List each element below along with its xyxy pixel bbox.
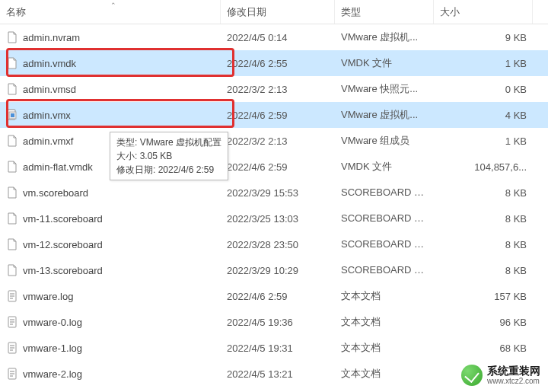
watermark-sub: www.xtcz2.com xyxy=(487,377,540,385)
file-date-cell: 2022/4/5 19:31 xyxy=(221,343,335,354)
file-row[interactable]: admin.vmsd2022/3/2 2:13VMware 快照元...0 KB xyxy=(0,76,548,102)
file-type-cell: 文本文档 xyxy=(335,315,434,329)
sort-ascending-icon: ⌃ xyxy=(110,2,116,9)
file-icon xyxy=(6,342,18,354)
file-size-cell: 0 KB xyxy=(434,84,533,95)
file-icon xyxy=(6,212,18,225)
tooltip-size: 大小: 3.05 KB xyxy=(116,149,221,163)
file-icon xyxy=(6,368,18,380)
file-icon xyxy=(6,290,18,302)
file-icon xyxy=(6,109,18,121)
file-name-cell: vm-13.scoreboard xyxy=(0,264,221,276)
file-icon xyxy=(6,161,18,173)
file-type-cell: VMDK 文件 xyxy=(335,160,434,174)
file-date-cell: 2022/3/2 2:13 xyxy=(221,135,335,147)
file-row[interactable]: vm-11.scoreboard2022/3/25 13:03SCOREBOAR… xyxy=(0,206,548,231)
file-size-cell: 1 KB xyxy=(434,58,533,69)
column-header-name[interactable]: 名称 ⌃ xyxy=(0,0,221,24)
file-name-label: vm-13.scoreboard xyxy=(23,265,103,276)
file-tooltip: 类型: VMware 虚拟机配置 大小: 3.05 KB 修改日期: 2022/… xyxy=(110,132,228,180)
file-row[interactable]: vm-12.scoreboard2022/3/28 23:50SCOREBOAR… xyxy=(0,231,548,257)
file-list: admin.nvram2022/4/5 0:14VMware 虚拟机...9 K… xyxy=(0,24,548,387)
file-size-cell: 68 KB xyxy=(434,343,533,354)
file-type-cell: VMDK 文件 xyxy=(335,56,434,70)
file-date-cell: 2022/4/6 2:59 xyxy=(221,161,335,173)
watermark-title: 系统重装网 xyxy=(487,365,540,377)
file-row[interactable]: admin.vmdk2022/4/6 2:55VMDK 文件1 KB xyxy=(0,50,548,76)
file-name-cell: vmware-2.log xyxy=(0,368,221,380)
file-date-cell: 2022/4/5 19:36 xyxy=(221,317,335,328)
file-row[interactable]: admin.vmxf2022/3/2 2:13VMware 组成员1 KB xyxy=(0,128,548,154)
file-row[interactable]: vm-13.scoreboard2022/3/29 10:29SCOREBOAR… xyxy=(0,257,548,283)
file-type-cell: VMware 虚拟机... xyxy=(335,108,434,122)
file-row[interactable]: vmware-1.log2022/4/5 19:31文本文档68 KB xyxy=(0,335,548,361)
watermark-logo-icon xyxy=(461,365,483,386)
file-date-cell: 2022/3/29 10:29 xyxy=(221,265,335,276)
file-row[interactable]: admin.nvram2022/4/5 0:14VMware 虚拟机...9 K… xyxy=(0,24,548,50)
file-row[interactable]: vmware-0.log2022/4/5 19:36文本文档96 KB xyxy=(0,309,548,335)
file-name-label: vmware.log xyxy=(23,291,73,302)
file-type-cell: VMware 快照元... xyxy=(335,82,434,96)
file-type-cell: SCOREBOARD 文... xyxy=(335,186,434,199)
file-size-cell: 1 KB xyxy=(434,135,533,147)
file-icon xyxy=(6,186,18,199)
file-name-cell: vmware-0.log xyxy=(0,316,221,328)
file-date-cell: 2022/3/25 13:03 xyxy=(221,213,335,225)
file-type-cell: SCOREBOARD 文... xyxy=(335,237,434,251)
file-row[interactable]: admin.vmx2022/4/6 2:59VMware 虚拟机...4 KB xyxy=(0,102,548,128)
file-icon xyxy=(6,83,18,95)
file-icon xyxy=(6,135,18,147)
file-name-label: vm.scoreboard xyxy=(23,187,88,199)
file-type-cell: VMware 组成员 xyxy=(335,134,434,148)
file-type-cell: 文本文档 xyxy=(335,341,434,355)
file-date-cell: 2022/4/6 2:59 xyxy=(221,291,335,302)
file-date-cell: 2022/4/5 13:21 xyxy=(221,368,335,380)
file-type-cell: 文本文档 xyxy=(335,289,434,303)
file-name-cell: admin.nvram xyxy=(0,31,221,43)
column-label: 类型 xyxy=(341,5,361,19)
file-row[interactable]: vm.scoreboard2022/3/29 15:53SCOREBOARD 文… xyxy=(0,180,548,206)
svg-rect-2 xyxy=(11,113,14,117)
file-name-label: admin.vmsd xyxy=(23,84,76,95)
file-name-label: admin.nvram xyxy=(23,32,80,43)
file-name-label: admin.vmxf xyxy=(23,135,73,147)
column-header-size[interactable]: 大小 xyxy=(434,0,533,24)
file-date-cell: 2022/3/29 15:53 xyxy=(221,187,335,199)
file-name-cell: admin.vmx xyxy=(0,109,221,121)
file-row[interactable]: admin-flat.vmdk2022/4/6 2:59VMDK 文件104,8… xyxy=(0,154,548,180)
file-name-cell: vmware-1.log xyxy=(0,342,221,354)
file-size-cell: 8 KB xyxy=(434,187,533,199)
file-size-cell: 8 KB xyxy=(434,213,533,225)
column-label: 名称 xyxy=(6,5,26,19)
file-name-cell: vmware.log xyxy=(0,290,221,302)
file-icon xyxy=(6,31,18,43)
file-icon xyxy=(6,238,18,250)
column-label: 修改日期 xyxy=(227,5,266,19)
file-date-cell: 2022/4/6 2:59 xyxy=(221,110,335,121)
watermark-text: 系统重装网 www.xtcz2.com xyxy=(487,365,540,385)
file-icon xyxy=(6,57,18,69)
file-name-label: admin-flat.vmdk xyxy=(23,161,93,173)
column-header-date[interactable]: 修改日期 xyxy=(221,0,335,24)
file-size-cell: 157 KB xyxy=(434,291,533,302)
file-size-cell: 9 KB xyxy=(434,32,533,43)
column-header-type[interactable]: 类型 xyxy=(335,0,434,24)
file-type-cell: VMware 虚拟机... xyxy=(335,30,434,44)
file-type-cell: SCOREBOARD 文... xyxy=(335,263,434,277)
tooltip-type: 类型: VMware 虚拟机配置 xyxy=(116,135,221,149)
file-name-cell: vm-11.scoreboard xyxy=(0,212,221,225)
file-icon xyxy=(6,264,18,276)
file-size-cell: 96 KB xyxy=(434,317,533,328)
file-name-label: vmware-0.log xyxy=(23,317,82,328)
file-name-cell: vm-12.scoreboard xyxy=(0,238,221,250)
file-name-label: vmware-2.log xyxy=(23,368,82,380)
file-date-cell: 2022/4/6 2:55 xyxy=(221,58,335,69)
file-icon xyxy=(6,316,18,328)
file-name-cell: admin.vmsd xyxy=(0,83,221,95)
file-name-label: vm-11.scoreboard xyxy=(23,213,103,225)
file-name-label: admin.vmx xyxy=(23,110,71,121)
file-row[interactable]: vmware.log2022/4/6 2:59文本文档157 KB xyxy=(0,283,548,309)
file-size-cell: 8 KB xyxy=(434,239,533,250)
file-date-cell: 2022/3/2 2:13 xyxy=(221,84,335,95)
file-size-cell: 104,857,6... xyxy=(434,161,533,173)
